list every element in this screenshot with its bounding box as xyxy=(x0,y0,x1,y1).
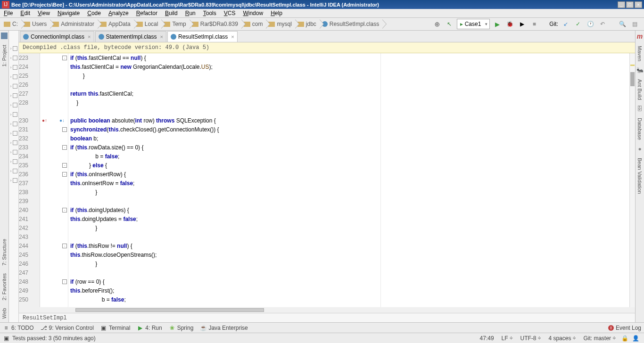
fold-marker-icon[interactable] xyxy=(13,178,17,183)
code-line[interactable]: this.onInsertRow = false; xyxy=(68,179,629,188)
line-number[interactable] xyxy=(19,107,37,116)
fold-chevron-icon[interactable]: › xyxy=(10,159,12,164)
line-number[interactable]: 248 xyxy=(19,277,37,286)
todo-tool[interactable]: ≡6: TODO xyxy=(3,325,34,331)
menu-window[interactable]: Window xyxy=(239,10,267,16)
fold-marker-icon[interactable] xyxy=(13,169,17,173)
code-editor[interactable]: 2232242252262272282302312322332342352362… xyxy=(19,53,635,307)
code-line[interactable]: if (row == 0) { xyxy=(68,277,629,286)
menu-build[interactable]: Build xyxy=(161,10,182,16)
fold-marker-icon[interactable] xyxy=(13,93,17,98)
code-line[interactable]: if (this.onInsertRow) { xyxy=(68,170,629,179)
fold-marker-icon[interactable] xyxy=(13,112,17,117)
line-number[interactable]: 247 xyxy=(19,268,37,277)
fold-chevron-icon[interactable]: › xyxy=(10,169,12,173)
fold-handle[interactable]: - xyxy=(62,244,67,248)
fold-chevron-icon[interactable]: › xyxy=(10,122,12,126)
code-line[interactable] xyxy=(68,196,629,205)
fold-marker-icon[interactable] xyxy=(13,131,17,136)
editor-tab[interactable]: StatementImpl.class× xyxy=(95,31,166,42)
run-tool[interactable]: ▶4: Run xyxy=(137,325,162,331)
menu-view[interactable]: View xyxy=(34,10,54,16)
code-line[interactable] xyxy=(68,268,629,277)
fold-marker-icon[interactable] xyxy=(13,74,17,79)
fold-handle[interactable]: - xyxy=(62,56,67,60)
line-number[interactable]: 224 xyxy=(19,62,37,71)
code-line[interactable]: } xyxy=(68,71,629,80)
code-line[interactable]: } xyxy=(68,188,629,196)
line-number[interactable]: 239 xyxy=(19,196,37,205)
line-number[interactable]: 226 xyxy=(19,80,37,89)
editor-tab[interactable]: ResultSetImpl.class× xyxy=(167,31,238,42)
line-number[interactable]: 227 xyxy=(19,89,37,98)
line-number[interactable]: 235 xyxy=(19,161,37,170)
line-number[interactable]: 231 xyxy=(19,125,37,134)
line-number[interactable]: 243 xyxy=(19,232,37,241)
close-tab-icon[interactable]: × xyxy=(159,34,163,40)
nav-back-icon[interactable]: ↖ xyxy=(445,19,454,29)
git-branch[interactable]: Git: master ÷ xyxy=(583,335,616,342)
breadcrumb-item[interactable]: Administrator xyxy=(47,19,98,29)
line-number[interactable]: 238 xyxy=(19,188,37,196)
file-encoding[interactable]: UTF-8 ÷ xyxy=(520,335,541,342)
close-button[interactable]: × xyxy=(635,1,642,8)
git-revert-icon[interactable]: ↶ xyxy=(598,19,607,29)
fold-marker-icon[interactable] xyxy=(13,56,17,60)
run-button[interactable]: ▶ xyxy=(493,19,502,29)
fold-marker-icon[interactable] xyxy=(13,65,17,70)
web-tool-label[interactable]: Web xyxy=(1,304,8,322)
fold-chevron-icon[interactable]: › xyxy=(10,178,12,183)
minimize-button[interactable]: _ xyxy=(618,1,625,8)
fold-chevron-icon[interactable]: › xyxy=(10,56,12,60)
favorites-tool-label[interactable]: 2: Favorites xyxy=(1,270,8,304)
code-line[interactable]: return this.fastClientCal; xyxy=(68,89,629,98)
code-line[interactable] xyxy=(68,107,629,116)
code-line[interactable]: } xyxy=(68,223,629,232)
override-down-icon[interactable]: ●↓ xyxy=(59,118,65,123)
search-icon[interactable]: 🔍 xyxy=(618,19,627,29)
line-number[interactable]: 240 xyxy=(19,205,37,214)
menu-vcs[interactable]: VCS xyxy=(220,10,239,16)
ant-tool-label[interactable]: Ant Build xyxy=(636,75,643,104)
fold-marker-icon[interactable] xyxy=(13,84,17,89)
fold-chevron-icon[interactable]: › xyxy=(10,131,12,136)
spring-tool[interactable]: ❀Spring xyxy=(169,325,194,331)
menu-edit[interactable]: Edit xyxy=(17,10,34,16)
menu-run[interactable]: Run xyxy=(182,10,199,16)
menu-help[interactable]: Help xyxy=(267,10,286,16)
code-line[interactable]: if (this.thisRow != null) { xyxy=(68,241,629,250)
indent-setting[interactable]: 4 spaces ÷ xyxy=(548,335,576,342)
code-line[interactable]: b = false; xyxy=(68,295,629,304)
project-tool-label[interactable]: 1: Project xyxy=(1,41,8,70)
fold-handle[interactable]: - xyxy=(62,163,67,168)
breadcrumb-item[interactable]: Rar$DRa0.839 xyxy=(186,19,242,29)
fold-chevron-icon[interactable]: › xyxy=(10,103,12,107)
inspector-icon[interactable]: 👤 xyxy=(632,335,639,342)
fold-chevron-icon[interactable]: › xyxy=(10,65,12,70)
line-number[interactable]: 223 xyxy=(19,53,37,62)
git-commit-icon[interactable]: ✓ xyxy=(573,19,583,29)
editor-tab[interactable]: ConnectionImpl.class× xyxy=(20,31,94,42)
settings-icon[interactable]: ▤ xyxy=(630,19,639,29)
code-line[interactable] xyxy=(68,232,629,241)
close-tab-icon[interactable]: × xyxy=(86,34,91,40)
maximize-button[interactable]: □ xyxy=(626,1,634,8)
line-number[interactable]: 245 xyxy=(19,250,37,259)
code-line[interactable]: this.fastClientCal = new GregorianCalend… xyxy=(68,62,629,71)
menu-file[interactable]: File xyxy=(0,10,17,16)
horizontal-scrollbar[interactable] xyxy=(19,307,635,313)
fold-chevron-icon[interactable]: › xyxy=(10,150,12,155)
editor-breadcrumb[interactable]: ResultSetImpl xyxy=(19,313,635,322)
overview-ruler[interactable] xyxy=(629,53,635,307)
fold-chevron-icon[interactable]: › xyxy=(10,84,12,89)
run-coverage-button[interactable]: ▶ xyxy=(517,19,527,29)
line-number[interactable]: 244 xyxy=(19,241,37,250)
code-line[interactable]: this.thisRow.closeOpenStreams(); xyxy=(68,250,629,259)
line-number[interactable]: 232 xyxy=(19,134,37,143)
line-number[interactable]: 233 xyxy=(19,143,37,152)
code-line[interactable]: } xyxy=(68,98,629,107)
line-number[interactable]: 241 xyxy=(19,214,37,223)
fold-marker-icon[interactable] xyxy=(13,122,17,126)
fold-marker-icon[interactable] xyxy=(13,159,17,164)
ant-icon[interactable]: 🐜 xyxy=(636,65,644,75)
